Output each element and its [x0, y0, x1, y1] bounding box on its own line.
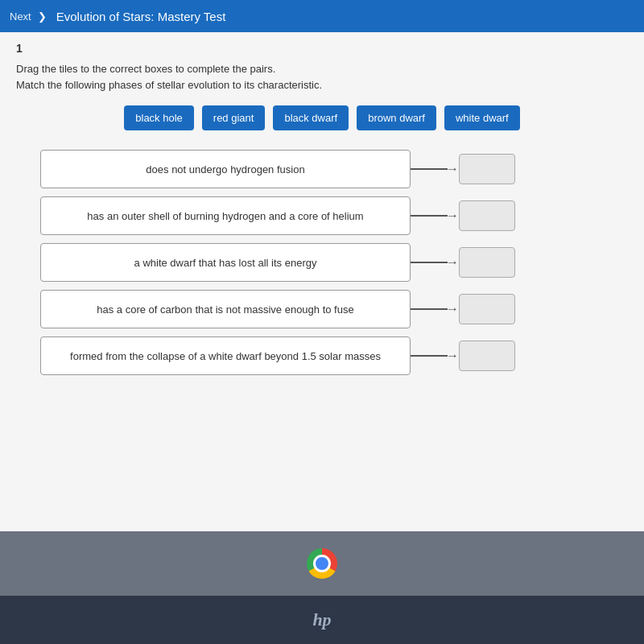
pairs-section: does not undergo hydrogen fusion has an …	[16, 150, 628, 375]
answer-box-2[interactable]	[459, 200, 515, 231]
characteristic-box-5: formed from the collapse of a white dwar…	[40, 336, 411, 375]
main-content: 1 Drag the tiles to the correct boxes to…	[0, 32, 644, 531]
answer-box-1[interactable]	[459, 154, 515, 184]
next-label[interactable]: Next	[10, 10, 31, 23]
arrow-3	[411, 255, 459, 270]
characteristic-box-4: has a core of carbon that is not massive…	[40, 290, 411, 328]
arrow-5	[411, 349, 459, 363]
characteristic-box-1: does not undergo hydrogen fusion	[40, 150, 411, 188]
answer-box-3[interactable]	[459, 247, 515, 278]
title-bar: Next ❯ Evolution of Stars: Mastery Test	[0, 0, 644, 32]
pair-row-1: does not undergo hydrogen fusion	[40, 150, 604, 188]
nav-arrow-icon[interactable]: ❯	[38, 10, 47, 23]
arrow-1	[411, 162, 459, 176]
question-number: 1	[16, 42, 628, 55]
tile-black-dwarf[interactable]: black dwarf	[273, 105, 349, 130]
tile-red-giant[interactable]: red giant	[202, 105, 266, 130]
instruction-2: Match the following phases of stellar ev…	[16, 79, 628, 91]
characteristic-box-3: a white dwarf that has lost all its ener…	[40, 243, 411, 282]
instruction-1: Drag the tiles to the correct boxes to c…	[16, 63, 628, 75]
pair-row-5: formed from the collapse of a white dwar…	[40, 336, 604, 375]
pair-row-4: has a core of carbon that is not massive…	[40, 290, 604, 328]
arrow-4	[411, 302, 459, 316]
arrow-2	[411, 208, 459, 223]
bottom-bar	[0, 531, 644, 596]
pair-row-2: has an outer shell of burning hydrogen a…	[40, 196, 604, 235]
answer-box-5[interactable]	[459, 341, 515, 371]
tiles-row: black hole red giant black dwarf brown d…	[16, 105, 628, 130]
chrome-icon	[307, 548, 337, 579]
hp-bar: hp	[0, 596, 644, 644]
characteristic-box-2: has an outer shell of burning hydrogen a…	[40, 196, 411, 235]
tile-white-dwarf[interactable]: white dwarf	[444, 105, 520, 130]
answer-box-4[interactable]	[459, 294, 515, 324]
page-title: Evolution of Stars: Mastery Test	[56, 10, 226, 23]
tile-brown-dwarf[interactable]: brown dwarf	[357, 105, 436, 130]
pair-row-3: a white dwarf that has lost all its ener…	[40, 243, 604, 282]
tile-black-hole[interactable]: black hole	[124, 105, 194, 130]
hp-logo: hp	[312, 609, 331, 630]
